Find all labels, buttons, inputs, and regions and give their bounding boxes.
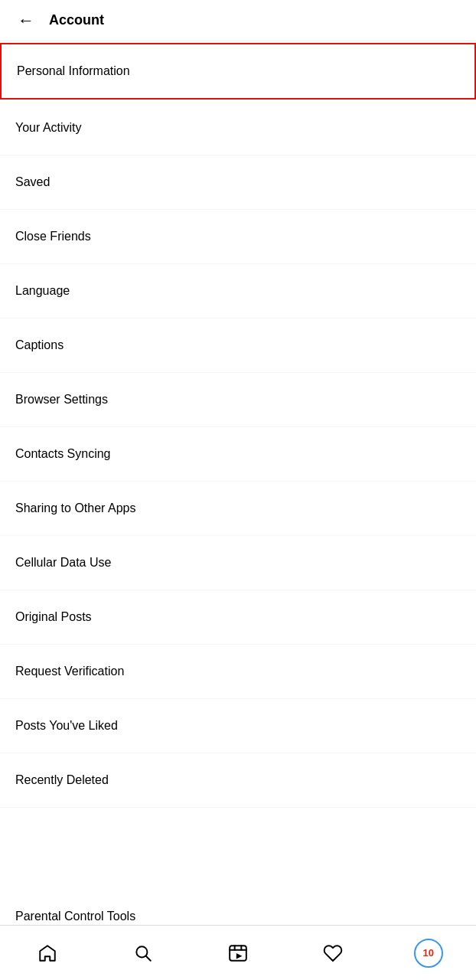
menu-item-personal-information[interactable]: Personal Information xyxy=(0,43,476,100)
menu-item-label-captions: Captions xyxy=(15,338,64,352)
nav-notifications[interactable]: 10 xyxy=(407,932,450,975)
nav-heart[interactable] xyxy=(311,932,354,975)
heart-icon xyxy=(323,943,343,963)
page-title: Account xyxy=(49,12,104,28)
menu-item-posts-youve-liked[interactable]: Posts You've Liked xyxy=(0,699,476,753)
svg-line-1 xyxy=(145,956,150,960)
header: ← Account xyxy=(0,0,476,41)
menu-item-label-cellular-data-use: Cellular Data Use xyxy=(15,556,111,570)
notification-badge: 10 xyxy=(414,939,443,968)
nav-search[interactable] xyxy=(122,932,165,975)
bottom-nav: 10 xyxy=(0,925,476,980)
nav-home[interactable] xyxy=(26,932,69,975)
menu-item-close-friends[interactable]: Close Friends xyxy=(0,210,476,264)
menu-item-label-recently-deleted: Recently Deleted xyxy=(15,773,109,787)
nav-reels[interactable] xyxy=(217,932,259,975)
partial-menu-item[interactable]: Parental Control Tools xyxy=(0,894,476,925)
svg-rect-2 xyxy=(230,946,246,961)
menu-item-label-sharing-to-other-apps: Sharing to Other Apps xyxy=(15,501,135,515)
menu-item-label-posts-youve-liked: Posts You've Liked xyxy=(15,719,118,733)
menu-item-label-personal-information: Personal Information xyxy=(17,64,130,78)
menu-item-contacts-syncing[interactable]: Contacts Syncing xyxy=(0,427,476,482)
menu-item-label-browser-settings: Browser Settings xyxy=(15,393,108,407)
svg-marker-6 xyxy=(236,953,243,959)
home-icon xyxy=(37,943,57,963)
menu-item-your-activity[interactable]: Your Activity xyxy=(0,101,476,155)
menu-item-label-contacts-syncing: Contacts Syncing xyxy=(15,447,111,461)
menu-item-cellular-data-use[interactable]: Cellular Data Use xyxy=(0,536,476,590)
menu-item-label-language: Language xyxy=(15,284,70,298)
search-icon xyxy=(133,943,153,963)
menu-item-label-close-friends: Close Friends xyxy=(15,230,91,243)
menu-item-request-verification[interactable]: Request Verification xyxy=(0,645,476,699)
back-arrow-icon: ← xyxy=(18,11,34,31)
menu-item-saved[interactable]: Saved xyxy=(0,155,476,210)
menu-list: Personal InformationYour ActivitySavedCl… xyxy=(0,41,476,894)
menu-item-language[interactable]: Language xyxy=(0,264,476,318)
menu-item-captions[interactable]: Captions xyxy=(0,318,476,373)
menu-item-recently-deleted[interactable]: Recently Deleted xyxy=(0,753,476,808)
menu-item-browser-settings[interactable]: Browser Settings xyxy=(0,373,476,427)
menu-item-sharing-to-other-apps[interactable]: Sharing to Other Apps xyxy=(0,482,476,536)
reels-icon xyxy=(228,943,248,963)
back-button[interactable]: ← xyxy=(12,7,40,34)
menu-item-original-posts[interactable]: Original Posts xyxy=(0,590,476,645)
menu-item-label-original-posts: Original Posts xyxy=(15,610,92,624)
notification-count: 10 xyxy=(423,947,434,959)
partial-menu-item-label: Parental Control Tools xyxy=(15,910,135,923)
menu-item-label-your-activity: Your Activity xyxy=(15,121,82,135)
menu-item-label-request-verification: Request Verification xyxy=(15,665,124,678)
menu-item-label-saved: Saved xyxy=(15,175,50,189)
